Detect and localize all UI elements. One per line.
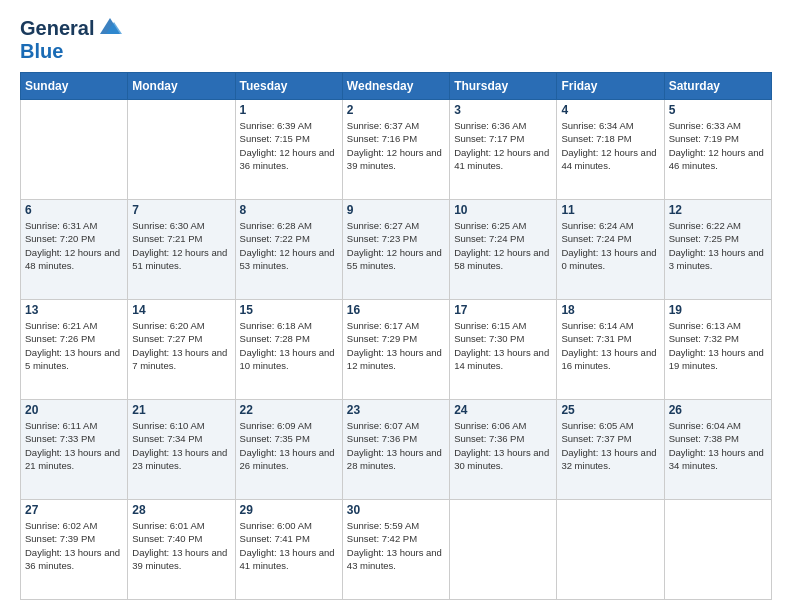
calendar-cell [664, 500, 771, 600]
day-info: Sunrise: 6:20 AM Sunset: 7:27 PM Dayligh… [132, 319, 230, 372]
calendar-cell: 11Sunrise: 6:24 AM Sunset: 7:24 PM Dayli… [557, 200, 664, 300]
calendar-cell: 6Sunrise: 6:31 AM Sunset: 7:20 PM Daylig… [21, 200, 128, 300]
logo-general: General [20, 17, 94, 39]
calendar-cell: 10Sunrise: 6:25 AM Sunset: 7:24 PM Dayli… [450, 200, 557, 300]
day-info: Sunrise: 6:04 AM Sunset: 7:38 PM Dayligh… [669, 419, 767, 472]
day-info: Sunrise: 6:00 AM Sunset: 7:41 PM Dayligh… [240, 519, 338, 572]
day-number: 17 [454, 303, 552, 317]
day-info: Sunrise: 6:11 AM Sunset: 7:33 PM Dayligh… [25, 419, 123, 472]
calendar-cell: 15Sunrise: 6:18 AM Sunset: 7:28 PM Dayli… [235, 300, 342, 400]
day-number: 15 [240, 303, 338, 317]
calendar: SundayMondayTuesdayWednesdayThursdayFrid… [20, 72, 772, 600]
day-number: 7 [132, 203, 230, 217]
day-number: 21 [132, 403, 230, 417]
day-number: 23 [347, 403, 445, 417]
calendar-cell: 7Sunrise: 6:30 AM Sunset: 7:21 PM Daylig… [128, 200, 235, 300]
day-info: Sunrise: 6:17 AM Sunset: 7:29 PM Dayligh… [347, 319, 445, 372]
calendar-cell: 12Sunrise: 6:22 AM Sunset: 7:25 PM Dayli… [664, 200, 771, 300]
day-of-week-header: Tuesday [235, 73, 342, 100]
day-info: Sunrise: 6:30 AM Sunset: 7:21 PM Dayligh… [132, 219, 230, 272]
days-of-week-row: SundayMondayTuesdayWednesdayThursdayFrid… [21, 73, 772, 100]
calendar-cell: 8Sunrise: 6:28 AM Sunset: 7:22 PM Daylig… [235, 200, 342, 300]
calendar-week-row: 13Sunrise: 6:21 AM Sunset: 7:26 PM Dayli… [21, 300, 772, 400]
calendar-cell: 21Sunrise: 6:10 AM Sunset: 7:34 PM Dayli… [128, 400, 235, 500]
calendar-week-row: 20Sunrise: 6:11 AM Sunset: 7:33 PM Dayli… [21, 400, 772, 500]
day-info: Sunrise: 6:27 AM Sunset: 7:23 PM Dayligh… [347, 219, 445, 272]
header: General Blue [20, 16, 772, 62]
calendar-cell: 5Sunrise: 6:33 AM Sunset: 7:19 PM Daylig… [664, 100, 771, 200]
calendar-cell: 23Sunrise: 6:07 AM Sunset: 7:36 PM Dayli… [342, 400, 449, 500]
day-of-week-header: Wednesday [342, 73, 449, 100]
day-info: Sunrise: 6:13 AM Sunset: 7:32 PM Dayligh… [669, 319, 767, 372]
calendar-cell: 19Sunrise: 6:13 AM Sunset: 7:32 PM Dayli… [664, 300, 771, 400]
calendar-cell: 22Sunrise: 6:09 AM Sunset: 7:35 PM Dayli… [235, 400, 342, 500]
day-info: Sunrise: 6:07 AM Sunset: 7:36 PM Dayligh… [347, 419, 445, 472]
day-number: 25 [561, 403, 659, 417]
calendar-cell: 1Sunrise: 6:39 AM Sunset: 7:15 PM Daylig… [235, 100, 342, 200]
day-info: Sunrise: 6:31 AM Sunset: 7:20 PM Dayligh… [25, 219, 123, 272]
calendar-cell: 30Sunrise: 5:59 AM Sunset: 7:42 PM Dayli… [342, 500, 449, 600]
day-number: 3 [454, 103, 552, 117]
day-number: 12 [669, 203, 767, 217]
calendar-week-row: 6Sunrise: 6:31 AM Sunset: 7:20 PM Daylig… [21, 200, 772, 300]
day-number: 8 [240, 203, 338, 217]
day-number: 4 [561, 103, 659, 117]
day-info: Sunrise: 6:21 AM Sunset: 7:26 PM Dayligh… [25, 319, 123, 372]
day-of-week-header: Sunday [21, 73, 128, 100]
day-info: Sunrise: 6:24 AM Sunset: 7:24 PM Dayligh… [561, 219, 659, 272]
day-number: 19 [669, 303, 767, 317]
calendar-cell: 18Sunrise: 6:14 AM Sunset: 7:31 PM Dayli… [557, 300, 664, 400]
day-number: 27 [25, 503, 123, 517]
day-number: 22 [240, 403, 338, 417]
day-number: 1 [240, 103, 338, 117]
day-number: 9 [347, 203, 445, 217]
logo: General Blue [20, 16, 124, 62]
day-of-week-header: Friday [557, 73, 664, 100]
logo-icon [96, 12, 124, 40]
day-info: Sunrise: 6:28 AM Sunset: 7:22 PM Dayligh… [240, 219, 338, 272]
calendar-cell [128, 100, 235, 200]
calendar-cell: 13Sunrise: 6:21 AM Sunset: 7:26 PM Dayli… [21, 300, 128, 400]
calendar-cell: 26Sunrise: 6:04 AM Sunset: 7:38 PM Dayli… [664, 400, 771, 500]
day-of-week-header: Monday [128, 73, 235, 100]
day-number: 26 [669, 403, 767, 417]
day-info: Sunrise: 6:39 AM Sunset: 7:15 PM Dayligh… [240, 119, 338, 172]
day-number: 6 [25, 203, 123, 217]
day-number: 2 [347, 103, 445, 117]
day-info: Sunrise: 6:15 AM Sunset: 7:30 PM Dayligh… [454, 319, 552, 372]
calendar-body: 1Sunrise: 6:39 AM Sunset: 7:15 PM Daylig… [21, 100, 772, 600]
calendar-cell: 4Sunrise: 6:34 AM Sunset: 7:18 PM Daylig… [557, 100, 664, 200]
day-number: 16 [347, 303, 445, 317]
day-number: 5 [669, 103, 767, 117]
calendar-cell [450, 500, 557, 600]
logo-blue: Blue [20, 40, 63, 62]
day-info: Sunrise: 6:37 AM Sunset: 7:16 PM Dayligh… [347, 119, 445, 172]
day-info: Sunrise: 6:33 AM Sunset: 7:19 PM Dayligh… [669, 119, 767, 172]
day-info: Sunrise: 6:01 AM Sunset: 7:40 PM Dayligh… [132, 519, 230, 572]
day-info: Sunrise: 6:14 AM Sunset: 7:31 PM Dayligh… [561, 319, 659, 372]
calendar-cell: 29Sunrise: 6:00 AM Sunset: 7:41 PM Dayli… [235, 500, 342, 600]
day-number: 14 [132, 303, 230, 317]
day-info: Sunrise: 6:02 AM Sunset: 7:39 PM Dayligh… [25, 519, 123, 572]
day-info: Sunrise: 6:34 AM Sunset: 7:18 PM Dayligh… [561, 119, 659, 172]
day-number: 10 [454, 203, 552, 217]
day-number: 29 [240, 503, 338, 517]
day-number: 24 [454, 403, 552, 417]
day-info: Sunrise: 6:10 AM Sunset: 7:34 PM Dayligh… [132, 419, 230, 472]
calendar-cell: 28Sunrise: 6:01 AM Sunset: 7:40 PM Dayli… [128, 500, 235, 600]
day-info: Sunrise: 6:05 AM Sunset: 7:37 PM Dayligh… [561, 419, 659, 472]
calendar-cell: 2Sunrise: 6:37 AM Sunset: 7:16 PM Daylig… [342, 100, 449, 200]
calendar-cell: 20Sunrise: 6:11 AM Sunset: 7:33 PM Dayli… [21, 400, 128, 500]
calendar-cell: 3Sunrise: 6:36 AM Sunset: 7:17 PM Daylig… [450, 100, 557, 200]
day-number: 20 [25, 403, 123, 417]
calendar-cell: 9Sunrise: 6:27 AM Sunset: 7:23 PM Daylig… [342, 200, 449, 300]
day-info: Sunrise: 5:59 AM Sunset: 7:42 PM Dayligh… [347, 519, 445, 572]
day-info: Sunrise: 6:36 AM Sunset: 7:17 PM Dayligh… [454, 119, 552, 172]
day-number: 30 [347, 503, 445, 517]
day-number: 13 [25, 303, 123, 317]
day-number: 28 [132, 503, 230, 517]
day-number: 18 [561, 303, 659, 317]
calendar-week-row: 1Sunrise: 6:39 AM Sunset: 7:15 PM Daylig… [21, 100, 772, 200]
day-number: 11 [561, 203, 659, 217]
calendar-cell: 24Sunrise: 6:06 AM Sunset: 7:36 PM Dayli… [450, 400, 557, 500]
